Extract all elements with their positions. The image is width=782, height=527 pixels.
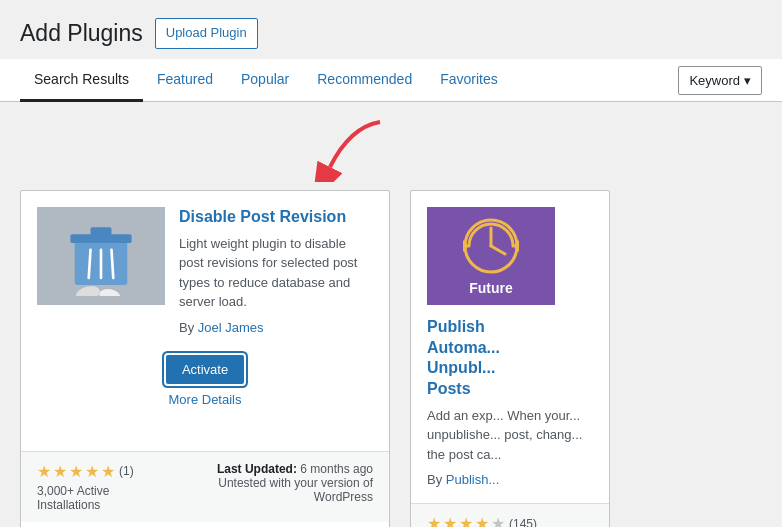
tab-favorites[interactable]: Favorites [426,59,512,102]
activate-arrow [310,117,400,182]
tab-featured[interactable]: Featured [143,59,227,102]
active-installs: 3,000+ Active Installations [37,484,168,512]
plugin-card: Disable Post Revision Light weight plugi… [20,190,390,527]
svg-point-8 [98,287,121,295]
star2-5: ★ [491,514,505,527]
plugin-info: Disable Post Revision Light weight plugi… [179,207,373,335]
svg-point-7 [74,283,101,295]
plugin-card-footer: ★ ★ ★ ★ ★ (1) 3,000+ Active Installation… [21,451,389,522]
star-rating: ★ ★ ★ ★ ★ (1) [37,462,168,481]
compat-note: Untested with your version of WordPress [168,476,373,504]
arrow-container [20,122,762,182]
star2-3: ★ [459,514,473,527]
last-updated: Last Updated: 6 months ago [168,462,373,476]
star-5: ★ [101,462,115,481]
activate-button[interactable]: Activate [166,355,244,384]
more-details-link[interactable]: More Details [169,392,242,407]
star-1: ★ [37,462,51,481]
plugins-grid: Disable Post Revision Light weight plugi… [20,190,762,527]
plugin-card-2-top: Future [427,207,593,305]
footer-left: ★ ★ ★ ★ ★ (1) 3,000+ Active Installation… [37,462,168,512]
svg-line-6 [112,250,114,278]
star2-4: ★ [475,514,489,527]
clock-icon [461,216,521,276]
plugin-2-name: PublishAutoma...Unpubl...Posts [427,317,593,400]
plugin-card-2-body: Future PublishAutoma...Unpubl...Posts Ad… [411,191,609,504]
footer-right: Last Updated: 6 months ago Untested with… [168,462,373,504]
plugin-name: Disable Post Revision [179,207,373,228]
svg-rect-3 [91,227,112,236]
tab-search-results[interactable]: Search Results [20,59,143,102]
chevron-down-icon: ▾ [744,73,751,88]
rating-count: (1) [119,464,134,478]
star-3: ★ [69,462,83,481]
tabs-list: Search Results Featured Popular Recommen… [20,59,512,101]
upload-plugin-button[interactable]: Upload Plugin [155,18,258,49]
author-link[interactable]: Joel James [198,320,264,335]
svg-line-4 [89,250,91,278]
page-header: Add Plugins Upload Plugin [0,0,782,59]
plugin-card-2: Future PublishAutoma...Unpubl...Posts Ad… [410,190,610,527]
plugin-2-author: By Publish... [427,472,593,487]
page-title: Add Plugins [20,20,143,47]
star-2: ★ [53,462,67,481]
main-content: Disable Post Revision Light weight plugi… [0,102,782,527]
plugin-card-body: Disable Post Revision Light weight plugi… [21,191,389,451]
star2-1: ★ [427,514,441,527]
filter-label: Keyword [689,73,740,88]
last-updated-value: 6 months ago [300,462,373,476]
star2-2: ★ [443,514,457,527]
star-4: ★ [85,462,99,481]
last-updated-label: Last Updated: [217,462,297,476]
plugin-actions: Activate More Details [37,355,373,415]
star-rating-2: ★ ★ ★ ★ ★ (145) [427,514,593,527]
plugin-author: By Joel James [179,320,373,335]
tab-recommended[interactable]: Recommended [303,59,426,102]
future-label: Future [469,280,513,296]
plugin-description: Light weight plugin to disable post revi… [179,234,373,312]
plugin-2-thumbnail: Future [427,207,555,305]
plugin-thumbnail [37,207,165,305]
plugin-2-info: PublishAutoma...Unpubl...Posts Add an ex… [427,317,593,488]
plugin-2-description: Add an exp... When your... unpublishe...… [427,406,593,465]
footer-meta: ★ ★ ★ ★ ★ (1) 3,000+ Active Installation… [37,462,373,512]
svg-line-11 [491,246,505,254]
plugin-2-card-footer: ★ ★ ★ ★ ★ (145) 100,000+ Active Installa… [411,503,609,527]
tab-popular[interactable]: Popular [227,59,303,102]
rating-count-2: (145) [509,517,537,527]
filter-dropdown[interactable]: Keyword ▾ [678,66,762,95]
author-2-link[interactable]: Publish... [446,472,499,487]
tabs-bar: Search Results Featured Popular Recommen… [0,59,782,102]
plugin-card-top: Disable Post Revision Light weight plugi… [37,207,373,335]
